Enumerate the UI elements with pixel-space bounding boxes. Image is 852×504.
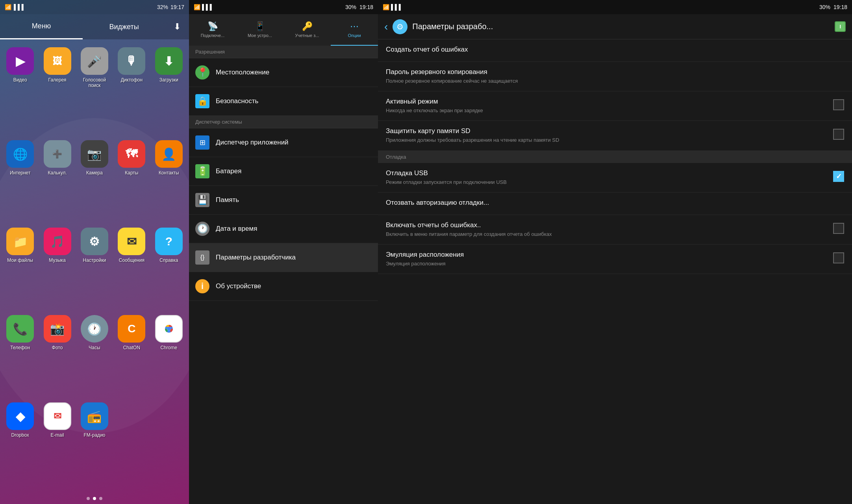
dev-backup-password[interactable]: Пароль резервного копирования Полное рез… [378,62,852,91]
dev-revoke-auth-title: Отозвать авторизацию отладки... [386,199,844,207]
app-calculator[interactable]: ➕ Калькул. [41,140,73,223]
app-clock[interactable]: 🕐 Часы [78,315,111,398]
home-status-bar: 📶 ▌▌▌ 32% 19:17 [0,0,189,14]
dev-location-emulation-subtitle: Эмуляция расположения [386,260,828,267]
dev-usb-debug-subtitle: Режим отладки запускается при подключени… [386,179,828,186]
location-icon: 📍 [195,65,209,80]
app-music-label: Музыка [49,258,65,263]
tab-connect[interactable]: 📡 Подключе... [189,14,236,46]
app-chrome[interactable]: Chrome [153,315,185,398]
location-emulation-checkbox[interactable] [833,252,844,263]
app-files[interactable]: 📁 Мои файлы [4,228,36,310]
app-music[interactable]: 🎵 Музыка [41,228,73,310]
dev-protect-sd-subtitle: Приложения должны требовать разрешения н… [386,137,828,144]
error-reports-checkbox[interactable] [833,223,844,234]
tab-menu[interactable]: Меню [0,14,83,39]
app-email-icon: ✉ [44,402,71,430]
dev-error-reports-subtitle: Включить в меню питания параметр для соз… [386,231,828,238]
home-tabs: Меню Виджеты ⬇ [0,14,189,39]
app-downloads[interactable]: ⬇ Загрузки [153,47,185,135]
app-photos[interactable]: 📸 Фото [41,315,73,398]
app-gallery-icon: 🖼 [44,47,71,75]
settings-developer[interactable]: {} Параметры разработчика [189,243,378,272]
app-gallery[interactable]: 🖼 Галерея [41,47,73,135]
app-chaton[interactable]: C ChatON [115,315,148,398]
dev-revoke-auth-content: Отозвать авторизацию отладки... [386,199,844,208]
app-settings-label: Настройки [83,258,106,263]
tab-device[interactable]: 📱 Мое устро... [236,14,283,46]
app-email[interactable]: ✉ E-mail [41,402,73,485]
usb-debug-checkbox[interactable]: ✓ [833,171,844,182]
app-messages-icon: ✉ [118,228,145,255]
dev-create-report[interactable]: Создать отчет об ошибках [378,39,852,62]
app-fmradio-icon: 📻 [81,402,108,430]
settings-location[interactable]: 📍 Местоположение [189,58,378,87]
settings-memory[interactable]: 💾 Память [189,186,378,215]
dev-protect-sd-content: Защитить карту памяти SD Приложения долж… [386,127,828,144]
app-calc-label: Калькул. [48,170,67,176]
signal-icon: ▌▌▌ [14,4,26,10]
app-maps[interactable]: 🗺 Карты [115,140,148,223]
app-recorder[interactable]: 🎙 Диктофон [115,47,148,135]
tab-options[interactable]: ⋯ Опции [331,14,378,46]
app-dropbox[interactable]: ◆ Dropbox [4,402,36,485]
settings-battery[interactable]: 🔋 Батарея [189,157,378,186]
dev-revoke-auth[interactable]: Отозвать авторизацию отладки... [378,193,852,215]
dev-active-mode-title: Активный режим [386,98,828,106]
app-help[interactable]: ? Справка [153,228,185,310]
app-internet[interactable]: 🌐 Интернет [4,140,36,223]
security-icon: 🔒 [195,94,209,108]
dot-3 [99,497,102,500]
dev-time: 19:18 [833,4,847,10]
app-phone[interactable]: 📞 Телефон [4,315,36,398]
dev-location-emulation[interactable]: Эмуляция расположения Эмуляция расположе… [378,245,852,274]
dev-error-reports-title: Включать отчеты об ошибках.. [386,221,828,229]
back-button[interactable]: ‹ [384,20,388,33]
options-label: Опции [348,33,361,38]
app-help-label: Справка [159,258,178,263]
settings-datetime[interactable]: 🕐 Дата и время [189,215,378,243]
protect-sd-checkbox[interactable] [833,129,844,140]
dev-active-mode-subtitle: Никогда не отключать экран при зарядке [386,107,828,114]
app-contacts[interactable]: 👤 Контакты [153,140,185,223]
dev-status-bar: 📶 ▌▌▌ 30% 19:18 [378,0,852,14]
dev-error-reports[interactable]: Включать отчеты об ошибках.. Включить в … [378,215,852,245]
app-recorder-icon: 🎙 [118,47,145,75]
settings-security[interactable]: 🔒 Безопасность [189,87,378,116]
dev-active-mode[interactable]: Активный режим Никогда не отключать экра… [378,91,852,121]
app-files-icon: 📁 [6,228,34,255]
app-downloads-icon: ⬇ [155,47,183,75]
dev-backup-password-subtitle: Полное резервное копирование сейчас не з… [386,78,844,85]
app-calc-icon: ➕ [44,140,71,168]
dev-protect-sd[interactable]: Защитить карту памяти SD Приложения долж… [378,121,852,150]
app-dropbox-label: Dropbox [11,432,29,438]
app-video[interactable]: ▶ Видео [4,47,36,135]
tab-accounts[interactable]: 🔑 Учетные з... [283,14,331,46]
app-voice-label: Голосовой поиск [78,77,111,89]
security-label: Безопасность [216,97,258,105]
memory-icon: 💾 [195,193,209,207]
app-manager-label: Диспетчер приложений [216,139,289,146]
app-phone-icon: 📞 [6,315,34,343]
app-messages[interactable]: ✉ Сообщения [115,228,148,310]
dev-backup-password-content: Пароль резервного копирования Полное рез… [386,68,844,85]
device-icon: 📱 [255,21,265,32]
settings-time: 19:18 [359,4,373,10]
app-fmradio[interactable]: 📻 FM-радио [78,402,111,485]
app-settings[interactable]: ⚙ Настройки [78,228,111,310]
settings-app-manager[interactable]: ⊞ Диспетчер приложений [189,128,378,157]
app-downloads-label: Загрузки [159,77,178,83]
app-messages-label: Сообщения [119,258,144,263]
settings-about[interactable]: i Об устройстве [189,272,378,301]
page-dots [0,493,189,504]
app-voice-search[interactable]: 🎤 Голосовой поиск [78,47,111,135]
app-camera[interactable]: 📷 Камера [78,140,111,223]
active-mode-checkbox[interactable] [833,99,844,110]
dev-create-report-title: Создать отчет об ошибках [386,46,844,54]
download-tab-icon[interactable]: ⬇ [165,22,189,32]
app-internet-label: Интернет [10,170,30,176]
settings-tabs: 📡 Подключе... 📱 Мое устро... 🔑 Учетные з… [189,14,378,46]
dev-usb-debug[interactable]: Отладка USB Режим отладки запускается пр… [378,163,852,193]
app-chaton-label: ChatON [123,345,140,350]
tab-widgets[interactable]: Виджеты [83,14,165,39]
